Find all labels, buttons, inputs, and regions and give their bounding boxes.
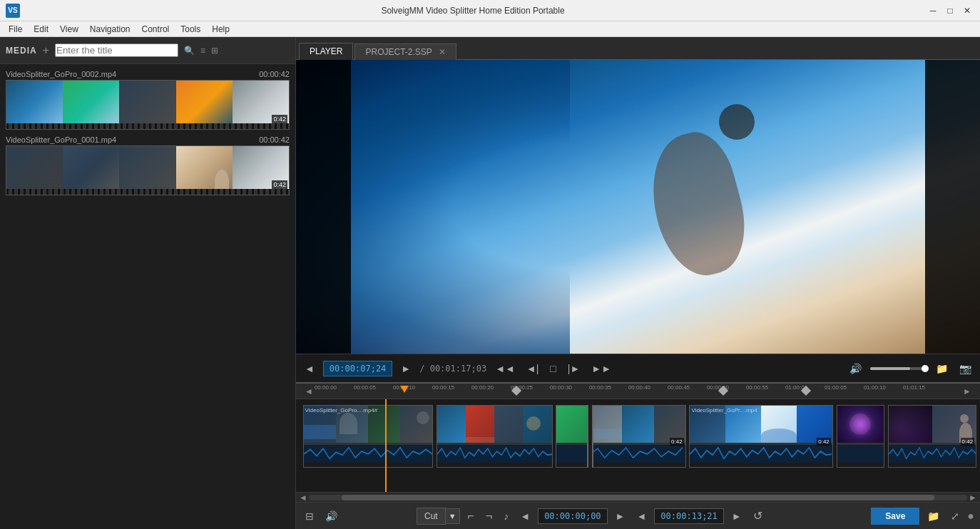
media-thumb-duration: 0:42 <box>272 180 287 189</box>
audio-toggle-button[interactable]: 🔊 <box>322 508 341 524</box>
timeline-clip[interactable]: 0:42 <box>888 405 977 468</box>
list-item[interactable]: VideoSplitter_GoPro_0001.mp4 00:00:42 <box>0 133 295 198</box>
prev-step-button[interactable]: ◄| <box>524 361 542 376</box>
play-button[interactable]: ► <box>398 361 414 376</box>
timeline-tracks: VideoSplitter_GoPro....mp4# <box>296 399 980 492</box>
tab-player[interactable]: PLAYER <box>299 43 353 60</box>
timeline-scrollbar[interactable]: ◄ ► <box>296 492 980 502</box>
tab-close-icon[interactable]: ✕ <box>439 47 446 57</box>
menu-view[interactable]: View <box>54 23 84 36</box>
menu-file[interactable]: File <box>3 23 28 36</box>
media-panel-title: MEDIA <box>6 46 37 56</box>
volume-slider[interactable] <box>870 367 927 370</box>
timeline-clip[interactable] <box>556 405 590 468</box>
media-search-icon[interactable]: 🔍 <box>184 46 195 56</box>
menu-tools[interactable]: Tools <box>175 23 206 36</box>
corner-controls: ⤢ ● <box>947 508 974 524</box>
media-thumb-duration: 0:42 <box>272 115 287 123</box>
menu-control[interactable]: Control <box>136 23 175 36</box>
app-title: SolveigMM Video Splitter Home Edition Po… <box>20 6 926 16</box>
media-item-thumbnails: 0:42 <box>6 145 290 195</box>
timeline-clip[interactable]: VideoSplitter_GoPr....mp4 0:42 <box>689 405 832 468</box>
list-item[interactable]: VideoSplitter_GoPro_0002.mp4 00:00:42 0:… <box>0 67 295 133</box>
media-search-input[interactable] <box>55 43 178 57</box>
folder-button[interactable]: 📁 <box>933 361 951 376</box>
main-area: MEDIA + 🔍 ≡ ⊞ VideoSplitter_GoPro_0002.m… <box>0 37 980 529</box>
timeline-clip[interactable]: 0:42 <box>590 405 685 468</box>
video-track: VideoSplitter_GoPro....mp4# <box>296 399 980 492</box>
media-item-thumbnails: 0:42 <box>6 80 290 130</box>
timeline-clip[interactable] <box>437 405 553 468</box>
media-list-view-button[interactable]: ≡ <box>200 46 205 56</box>
screenshot-button[interactable]: 📷 <box>956 361 974 376</box>
menu-bar: File Edit View Navigation Control Tools … <box>0 21 980 37</box>
scroll-track[interactable] <box>309 495 967 500</box>
media-add-button[interactable]: + <box>43 44 49 57</box>
media-item-name: VideoSplitter_GoPro_0001.mp4 <box>6 135 116 144</box>
video-display <box>296 60 980 354</box>
timeline-clip[interactable]: VideoSplitter_GoPro....mp4# <box>303 405 433 468</box>
media-item-duration: 00:00:42 <box>259 135 290 144</box>
right-panel: PLAYER PROJECT-2.SSP ✕ <box>296 37 980 529</box>
volume-button[interactable]: 🔊 <box>847 361 864 376</box>
open-folder-button[interactable]: 📁 <box>924 508 943 524</box>
total-time-display: / 00:01:17;03 <box>419 364 486 374</box>
player-area <box>296 60 980 354</box>
next-slow-button[interactable]: ►► <box>588 361 614 376</box>
mark-out-button[interactable]: ¬ <box>482 508 496 525</box>
scroll-left-arrow[interactable]: ◄ <box>297 493 309 503</box>
close-button[interactable]: ✕ <box>960 4 974 17</box>
prev-slow-button[interactable]: ◄◄ <box>492 361 518 376</box>
tab-project[interactable]: PROJECT-2.SSP ✕ <box>354 43 456 60</box>
prev-from-end-button[interactable]: ◄ <box>633 508 650 524</box>
menu-edit[interactable]: Edit <box>28 23 54 36</box>
media-item-name: VideoSplitter_GoPro_0002.mp4 <box>6 70 116 78</box>
playhead <box>385 399 387 492</box>
sequence-view-button[interactable]: ⊟ <box>302 508 317 524</box>
timeline-container: ◄ 00:00:00 00:00:05 00:00:10 00:00:15 00… <box>296 382 980 502</box>
status-dot: ● <box>967 510 974 523</box>
save-button[interactable]: Save <box>871 508 919 525</box>
restore-button[interactable]: □ <box>943 4 957 17</box>
segment-start-time: 00:00:00;00 <box>538 508 607 524</box>
stop-button[interactable]: □ <box>547 361 558 376</box>
media-panel: MEDIA + 🔍 ≡ ⊞ VideoSplitter_GoPro_0002.m… <box>0 37 296 529</box>
next-from-start-button[interactable]: ► <box>612 508 629 524</box>
cut-button[interactable]: Cut <box>417 508 446 525</box>
player-controls: ◄ 00:00:07;24 ► / 00:01:17;03 ◄◄ ◄| □ |►… <box>296 354 980 382</box>
prev-segment-button[interactable]: ◄ <box>516 508 534 524</box>
prev-far-button[interactable]: ◄ <box>302 361 317 376</box>
cut-label: Cut <box>424 511 438 521</box>
cut-dropdown-button[interactable]: ▼ <box>446 508 460 524</box>
menu-help[interactable]: Help <box>206 23 235 36</box>
cut-group: Cut ▼ <box>417 508 460 525</box>
media-item-duration: 00:00:42 <box>259 70 290 78</box>
current-time-display: 00:00:07;24 <box>323 361 392 376</box>
mark-in-button[interactable]: ⌐ <box>464 508 478 525</box>
minimize-button[interactable]: ─ <box>926 4 940 17</box>
menu-navigation[interactable]: Navigation <box>84 23 136 36</box>
title-bar: VS SolveigMM Video Splitter Home Edition… <box>0 0 980 21</box>
scroll-right-arrow[interactable]: ► <box>967 493 979 503</box>
timeline-right-arrow[interactable]: ► <box>961 386 973 396</box>
segment-end-time: 00:00:13;21 <box>654 508 723 524</box>
next-step-button[interactable]: |► <box>565 361 583 376</box>
loop-button[interactable]: ↺ <box>750 507 766 525</box>
next-segment-button[interactable]: ► <box>728 508 745 524</box>
bottom-toolbar: ⊟ 🔊 Cut ▼ ⌐ ¬ ♪ ◄ 00:00:00;00 ► ◄ 00:00:… <box>296 502 980 529</box>
timeline-clip[interactable] <box>837 405 884 468</box>
media-grid-view-button[interactable]: ⊞ <box>211 46 218 56</box>
window-controls: ─ □ ✕ <box>926 4 974 17</box>
tab-project-label: PROJECT-2.SSP <box>365 47 432 57</box>
scroll-thumb[interactable] <box>342 495 934 500</box>
app-icon: VS <box>6 4 20 18</box>
timeline-left-arrow[interactable]: ◄ <box>303 386 315 396</box>
media-header: MEDIA + 🔍 ≡ ⊞ <box>0 37 295 64</box>
ruler-content: ◄ 00:00:00 00:00:05 00:00:10 00:00:15 00… <box>303 384 973 399</box>
timeline-ruler: ◄ 00:00:00 00:00:05 00:00:10 00:00:15 00… <box>296 384 980 399</box>
audio-marker-button[interactable]: ♪ <box>500 508 512 524</box>
tab-player-label: PLAYER <box>310 46 342 56</box>
resize-button[interactable]: ⤢ <box>947 508 963 524</box>
media-content: VideoSplitter_GoPro_0002.mp4 00:00:42 0:… <box>0 64 295 529</box>
tab-bar: PLAYER PROJECT-2.SSP ✕ <box>296 37 980 60</box>
